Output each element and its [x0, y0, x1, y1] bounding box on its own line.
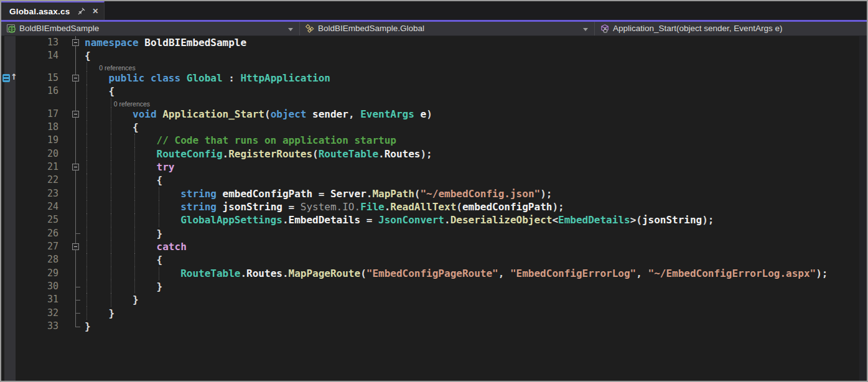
indent-guide	[86, 121, 87, 134]
indent-guide	[86, 108, 87, 121]
indent-guide	[134, 227, 135, 240]
code-text: string jsonString = System.IO.File.ReadA…	[85, 200, 867, 213]
indent-guide	[111, 98, 111, 108]
line-number: 27	[17, 240, 63, 253]
line-number: 21	[17, 161, 63, 174]
code-line: 23 string embedConfigPath = Server.MapPa…	[1, 187, 867, 200]
indent-guide	[134, 213, 135, 226]
line-number: 16	[17, 85, 63, 98]
fold-collapse-button[interactable]	[72, 75, 79, 82]
line-number: 15	[17, 72, 63, 85]
chevron-down-icon[interactable]	[288, 28, 293, 31]
code-text: catch	[85, 240, 867, 253]
code-line: 13namespace BoldBIEmbedSample	[1, 36, 867, 49]
code-line: 29 RouteTable.Routes.MapPageRoute("Embed…	[1, 267, 867, 280]
code-line: 19 // Code that runs on application star…	[1, 134, 867, 147]
code-text: }	[85, 320, 867, 333]
fold-collapse-button[interactable]	[72, 164, 79, 170]
codelens-row: 0 references	[1, 62, 867, 72]
code-text: {	[85, 174, 867, 187]
code-line: ↑15 public class Global : HttpApplicatio…	[1, 72, 867, 85]
line-number: 20	[17, 147, 63, 161]
line-number: 30	[17, 280, 63, 293]
member-dropdown[interactable]: Application_Start(object sender, EventAr…	[595, 22, 867, 35]
class-icon	[305, 24, 315, 34]
indent-guide	[111, 187, 111, 200]
code-line: 31 }	[1, 293, 867, 306]
code-line: 24 string jsonString = System.IO.File.Re…	[1, 200, 867, 213]
indent-guide	[111, 134, 111, 147]
line-number: 23	[17, 187, 63, 200]
line-number: 25	[17, 213, 63, 226]
private-method-icon	[600, 24, 610, 34]
indent-guide	[86, 62, 87, 72]
line-number: 19	[17, 134, 63, 147]
line-number: 26	[17, 227, 63, 240]
indent-guide	[134, 134, 135, 147]
member-dropdown-label: Application_Start(object sender, EventAr…	[613, 24, 782, 33]
type-dropdown[interactable]: BoldBIEmbedSample.Global	[300, 22, 595, 35]
indent-guide	[134, 280, 135, 293]
indent-guide	[159, 213, 159, 226]
code-lines: 13namespace BoldBIEmbedSample14{ 0 refer…	[1, 36, 867, 333]
indent-guide	[111, 121, 111, 134]
line-number: 32	[17, 307, 63, 320]
code-text: namespace BoldBIEmbedSample	[85, 36, 867, 49]
fold-end-marker	[75, 233, 80, 234]
line-number: 33	[17, 320, 63, 333]
codelens-references[interactable]: 0 references	[99, 64, 135, 72]
indent-guide	[86, 174, 87, 187]
indent-guide	[134, 161, 135, 174]
code-text: string embedConfigPath = Server.MapPath(…	[85, 187, 867, 200]
type-dropdown-label: BoldBIEmbedSample.Global	[318, 24, 424, 33]
close-icon[interactable]: ✕	[92, 7, 98, 16]
codelens-row: 0 references	[1, 98, 867, 108]
indent-guide	[86, 98, 87, 108]
indent-guide	[111, 253, 111, 266]
line-number: 28	[17, 253, 63, 266]
pin-icon[interactable]	[77, 7, 86, 16]
fold-collapse-button[interactable]	[72, 243, 79, 250]
indent-guide	[86, 267, 87, 280]
fold-collapse-button[interactable]	[72, 111, 79, 118]
fold-collapse-button[interactable]	[72, 39, 79, 46]
indent-guide	[111, 267, 111, 280]
fold-end-marker	[75, 313, 80, 314]
chevron-down-icon[interactable]	[583, 28, 588, 31]
tab-title: Global.asax.cs	[9, 7, 70, 16]
indent-guide	[86, 240, 87, 253]
line-number: 22	[17, 174, 63, 187]
project-dropdown[interactable]: BoldBIEmbedSample	[1, 22, 300, 35]
code-text: }	[85, 307, 867, 320]
indent-guide	[86, 147, 87, 161]
indent-guide	[86, 293, 87, 306]
indent-guide	[111, 108, 111, 121]
code-text: RouteTable.Routes.MapPageRoute("EmbedCon…	[85, 267, 867, 280]
document-tab[interactable]: Global.asax.cs ✕	[1, 1, 105, 20]
web-project-icon	[6, 24, 16, 34]
code-text: try	[85, 161, 867, 174]
fold-end-marker	[75, 300, 80, 300]
inheritance-margin-icon[interactable]: ↑	[2, 74, 17, 83]
indent-guide	[111, 147, 111, 161]
line-number: 29	[17, 267, 63, 280]
indent-guide	[111, 174, 111, 187]
indent-guide	[86, 253, 87, 266]
code-line: 27 catch	[1, 240, 867, 253]
project-dropdown-label: BoldBIEmbedSample	[19, 24, 99, 33]
fold-end-marker	[75, 287, 80, 287]
code-line: 25 GlobalAppSettings.EmbedDetails = Json…	[1, 213, 867, 226]
codelens-references[interactable]: 0 references	[114, 100, 150, 108]
indent-guide	[86, 161, 87, 174]
code-text: GlobalAppSettings.EmbedDetails = JsonCon…	[85, 213, 867, 226]
code-line: 16 {	[1, 85, 867, 98]
indent-guide	[86, 72, 87, 85]
indent-guide	[134, 147, 135, 161]
code-line: 32 }	[1, 307, 867, 320]
code-text: {	[85, 85, 867, 98]
indent-guide	[134, 253, 135, 266]
indent-guide	[159, 200, 159, 213]
indent-guide	[86, 280, 87, 293]
code-line: 21 try	[1, 161, 867, 174]
indent-guide	[134, 187, 135, 200]
